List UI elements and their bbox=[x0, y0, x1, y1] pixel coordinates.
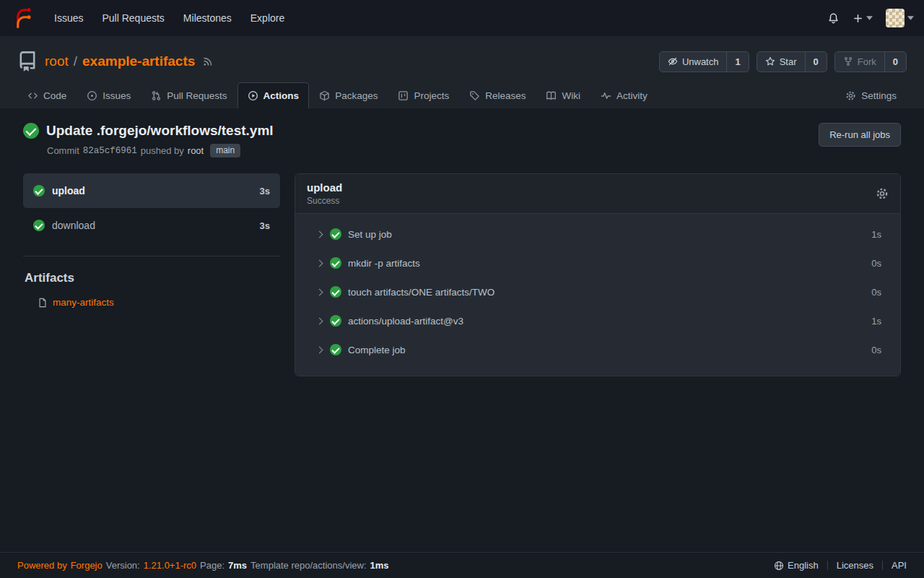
unwatch-button[interactable]: Unwatch bbox=[660, 52, 727, 72]
job-duration: 3s bbox=[260, 186, 270, 197]
chevron-right-icon bbox=[316, 288, 323, 296]
tab-code[interactable]: Code bbox=[17, 82, 77, 108]
tab-wiki[interactable]: Wiki bbox=[536, 82, 590, 108]
step-row-complete[interactable]: Complete job 0s bbox=[295, 335, 900, 364]
branch-badge[interactable]: main bbox=[210, 144, 240, 158]
watchers-count[interactable]: 1 bbox=[726, 52, 748, 72]
divider bbox=[827, 561, 828, 570]
tab-label: Projects bbox=[414, 90, 449, 101]
step-row-setup[interactable]: Set up job 1s bbox=[295, 220, 900, 249]
repo-tabs: Code Issues Pull Requests bbox=[17, 82, 907, 108]
nav-issues[interactable]: Issues bbox=[45, 6, 92, 30]
forgejo-link[interactable]: Forgejo bbox=[71, 560, 103, 571]
step-duration: 1s bbox=[871, 229, 881, 240]
tab-issues[interactable]: Issues bbox=[77, 82, 141, 108]
powered-by-link[interactable]: Powered by bbox=[17, 560, 67, 571]
success-check-icon bbox=[23, 123, 39, 139]
fork-button[interactable]: Fork bbox=[835, 52, 884, 72]
tab-pull-requests[interactable]: Pull Requests bbox=[141, 82, 237, 108]
template-time-label: Template repo/actions/view: bbox=[250, 560, 366, 571]
star-icon bbox=[765, 56, 775, 66]
repo-icon bbox=[17, 51, 38, 72]
nav-pull-requests[interactable]: Pull Requests bbox=[92, 6, 173, 30]
rerun-all-jobs-button[interactable]: Re-run all jobs bbox=[819, 123, 901, 147]
star-button-group: Star 0 bbox=[757, 51, 827, 72]
job-name: upload bbox=[52, 185, 85, 197]
tab-activity[interactable]: Activity bbox=[590, 82, 658, 108]
stars-count[interactable]: 0 bbox=[805, 52, 827, 72]
navbar-right bbox=[827, 9, 914, 27]
activity-pulse-icon bbox=[601, 90, 611, 101]
step-name: mkdir -p artifacts bbox=[348, 258, 420, 269]
api-link[interactable]: API bbox=[892, 560, 907, 571]
top-navbar: Issues Pull Requests Milestones Explore bbox=[0, 0, 924, 36]
job-row-download[interactable]: download 3s bbox=[23, 208, 280, 243]
project-board-icon bbox=[398, 90, 409, 101]
success-check-icon bbox=[330, 228, 341, 240]
forgejo-logo-icon[interactable] bbox=[10, 6, 35, 30]
step-duration: 0s bbox=[871, 258, 881, 269]
app: Issues Pull Requests Milestones Explore bbox=[0, 0, 924, 578]
create-new-button[interactable] bbox=[853, 13, 873, 24]
success-check-icon bbox=[33, 185, 45, 197]
job-duration: 3s bbox=[260, 220, 270, 231]
divider bbox=[882, 561, 883, 570]
avatar bbox=[886, 9, 905, 27]
play-circle-icon bbox=[248, 90, 258, 101]
package-icon bbox=[319, 90, 330, 101]
nav-explore[interactable]: Explore bbox=[241, 6, 294, 30]
run-title-row: Update .forgejo/workflows/test.yml bbox=[23, 123, 274, 139]
artifact-download-link[interactable]: many-artifacts bbox=[53, 297, 114, 308]
forks-count[interactable]: 0 bbox=[884, 52, 906, 72]
job-list-column: upload 3s download 3s Artifacts many-art… bbox=[23, 173, 280, 376]
tab-settings[interactable]: Settings bbox=[835, 82, 907, 108]
file-icon bbox=[38, 298, 48, 308]
pusher-link[interactable]: root bbox=[188, 145, 204, 156]
run-title-block: Update .forgejo/workflows/test.yml Commi… bbox=[23, 123, 274, 158]
repo-owner-link[interactable]: root bbox=[45, 53, 69, 69]
watch-button-group: Unwatch 1 bbox=[659, 51, 749, 72]
tab-label: Releases bbox=[485, 90, 526, 101]
job-detail-title-block: upload Success bbox=[307, 181, 342, 206]
chevron-right-icon bbox=[316, 346, 323, 353]
fork-icon bbox=[843, 56, 853, 66]
tab-label: Packages bbox=[335, 90, 378, 101]
language-selector[interactable]: English bbox=[774, 560, 819, 571]
nav-milestones[interactable]: Milestones bbox=[174, 6, 241, 30]
tab-projects[interactable]: Projects bbox=[388, 82, 459, 108]
footer-left: Powered by Forgejo Version: 1.21.0+1-rc0… bbox=[17, 560, 389, 571]
chevron-right-icon bbox=[316, 230, 323, 238]
job-row-upload[interactable]: upload 3s bbox=[23, 173, 280, 208]
footer: Powered by Forgejo Version: 1.21.0+1-rc0… bbox=[0, 552, 924, 578]
user-menu[interactable] bbox=[886, 9, 914, 27]
step-name: actions/upload-artifact@v3 bbox=[348, 316, 463, 327]
step-duration: 0s bbox=[871, 287, 881, 298]
template-time-value: 1ms bbox=[370, 560, 389, 571]
licenses-link[interactable]: Licenses bbox=[837, 560, 873, 571]
artifact-item: many-artifacts bbox=[38, 297, 280, 308]
job-detail-title: upload bbox=[307, 181, 342, 194]
language-label: English bbox=[788, 560, 819, 571]
chevron-right-icon bbox=[316, 259, 323, 267]
commit-sha-link[interactable]: 82a5cf6961 bbox=[83, 146, 137, 156]
tab-actions[interactable]: Actions bbox=[237, 82, 310, 108]
rss-icon[interactable] bbox=[202, 56, 214, 67]
job-detail-status: Success bbox=[307, 196, 342, 206]
repo-name-link[interactable]: example-artifacts bbox=[82, 53, 195, 69]
tab-releases[interactable]: Releases bbox=[459, 82, 536, 108]
book-icon bbox=[546, 90, 557, 101]
success-check-icon bbox=[330, 344, 341, 355]
tab-label: Actions bbox=[263, 90, 300, 101]
step-row-upload-artifact[interactable]: actions/upload-artifact@v3 1s bbox=[295, 306, 900, 335]
version-link[interactable]: 1.21.0+1-rc0 bbox=[144, 560, 196, 571]
job-options-gear-icon[interactable] bbox=[876, 187, 889, 200]
step-row-touch[interactable]: touch artifacts/ONE artifacts/TWO 0s bbox=[295, 277, 900, 306]
actions-run-view: Update .forgejo/workflows/test.yml Commi… bbox=[0, 108, 924, 552]
tab-packages[interactable]: Packages bbox=[309, 82, 388, 108]
job-detail-card: upload Success Set up job 1s bbox=[295, 173, 901, 376]
eye-slash-icon bbox=[668, 56, 678, 66]
star-button[interactable]: Star bbox=[757, 52, 805, 72]
job-detail-header: upload Success bbox=[295, 174, 900, 214]
step-row-mkdir[interactable]: mkdir -p artifacts 0s bbox=[295, 249, 900, 277]
notifications-button[interactable] bbox=[827, 12, 840, 25]
